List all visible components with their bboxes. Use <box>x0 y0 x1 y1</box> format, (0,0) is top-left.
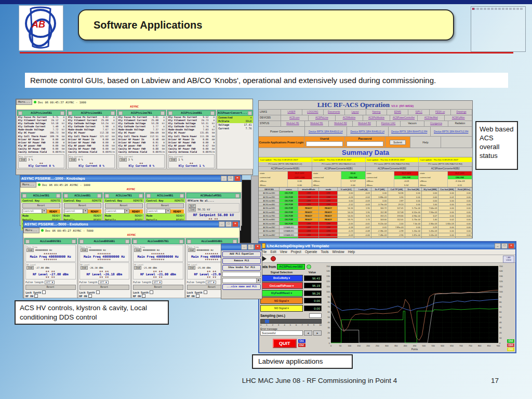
minimize-button[interactable]: _ <box>495 243 501 249</box>
async-dds-window[interactable]: ASYNC PSSERIE...-5000 - Evolutions _ □ ×… <box>23 220 240 298</box>
expand-icon[interactable] <box>161 111 165 115</box>
labview-titlebar[interactable]: LhcAcsdspDisplay.vtt Template _ □ × <box>259 242 515 249</box>
dropdown-icon[interactable]: ▼ <box>42 209 47 214</box>
labview-window[interactable]: LhcAcsdspDisplay.vtt Template _ □ × File… <box>258 241 516 353</box>
web-link[interactable]: Module3 B2 <box>329 121 353 126</box>
collapse-icon[interactable] <box>118 111 123 115</box>
collapse-icon[interactable] <box>18 111 22 115</box>
device-cell[interactable]: ACSLine8B1 <box>259 218 280 221</box>
reset-button[interactable]: Reset <box>22 203 60 208</box>
column-header[interactable]: ACSLine5B1 <box>21 193 61 198</box>
expand-icon[interactable] <box>97 194 101 198</box>
column-header[interactable]: ALLCondDDS5B1 <box>24 238 77 244</box>
dropdown-icon[interactable]: ▼ <box>166 209 170 214</box>
collapse-icon[interactable] <box>22 194 26 198</box>
device-cell[interactable]: ACSLine5B2 <box>259 237 280 238</box>
ind-button[interactable]: Ind <box>69 158 76 162</box>
web-link[interactable]: Module2 B1 <box>305 121 329 126</box>
web-link[interactable]: ACSPowerController <box>390 115 418 121</box>
close-button[interactable]: × <box>232 221 238 227</box>
device-cell[interactable]: ACSLine3B1 <box>259 199 280 203</box>
pls-device-button[interactable]: ...vice name and PLS <box>222 284 261 290</box>
pls-titlebar[interactable]: _ □ × <box>221 244 262 250</box>
lock-checkbox[interactable] <box>204 290 207 294</box>
web-link[interactable]: ACSI.con <box>281 115 309 121</box>
dds-titlebar[interactable]: ASYNC PSSERIE...-5000 - Evolutions _ □ × <box>23 221 240 228</box>
minimize-button[interactable]: _ <box>241 244 247 250</box>
device-cell[interactable]: ACSLine3B2 <box>259 229 280 233</box>
web-link[interactable]: Module4 B2 <box>353 121 377 126</box>
collapse-icon[interactable] <box>105 194 109 198</box>
column-header[interactable]: ACSLine7B1 <box>104 193 144 198</box>
menu-item[interactable]: Edit <box>270 249 276 255</box>
column-header[interactable]: ACSPtcLine7B1 <box>117 110 166 116</box>
lock-checkbox[interactable] <box>96 290 100 294</box>
collapse-icon[interactable] <box>147 194 151 198</box>
control-input[interactable]: Control <box>147 209 166 214</box>
async-knobs-window[interactable]: ASYNC PSSERIE...-1000 - Knobslaps _ □ × … <box>20 175 242 226</box>
column-header[interactable]: ACSPtcLine8B1 <box>167 110 216 116</box>
minimize-button[interactable]: _ <box>219 221 225 227</box>
maximize-button[interactable]: □ <box>225 221 232 227</box>
expand-icon[interactable] <box>235 194 240 198</box>
dropdown-icon[interactable]: ▼ <box>125 209 129 214</box>
device-cell[interactable]: ACSLine4B2 <box>259 233 280 237</box>
device-link[interactable]: Device RPTK SR4 RA46U2.L4 <box>347 127 389 136</box>
level-down-arrows-icon[interactable]: ▼▼ ▼▼ <box>81 276 129 278</box>
freq-down-arrows-icon[interactable]: ▼▼▼▼▼▼▼ <box>81 258 129 261</box>
password-field[interactable]: Password <box>345 137 385 148</box>
expand-icon[interactable] <box>210 111 215 115</box>
minimize-button[interactable]: _ <box>221 176 227 181</box>
reset-button[interactable]: Reset <box>133 285 183 290</box>
web-link[interactable]: LASER <box>281 110 302 115</box>
web-link[interactable]: ACSVacMod <box>418 115 445 121</box>
expand-icon[interactable] <box>139 194 143 198</box>
ind-button[interactable]: Ind <box>189 208 196 211</box>
device-selector[interactable]: ACSPtcLine1B2 <box>277 264 304 270</box>
reset-button[interactable]: Reset <box>25 285 76 290</box>
sampling-slider[interactable] <box>260 319 322 324</box>
expand-icon[interactable] <box>111 111 115 115</box>
column-header[interactable]: ACSModuleM5B1 <box>187 193 241 198</box>
web-link[interactable]: EDMS <box>387 110 408 115</box>
expand-icon[interactable] <box>72 240 76 244</box>
column-header[interactable]: ACSLine8B1 <box>145 193 185 198</box>
lock-checkbox[interactable] <box>42 290 46 294</box>
pls-input[interactable] <box>222 272 261 277</box>
device-cell[interactable]: ACSLine1B2 <box>259 222 280 225</box>
reset-button[interactable]: Reset <box>64 203 102 208</box>
help-link[interactable]: Help <box>410 137 441 148</box>
collapse-icon[interactable] <box>64 194 68 198</box>
menu-item[interactable]: Project <box>291 249 301 255</box>
ind-button[interactable]: Ind <box>134 248 141 252</box>
device-cell[interactable]: ACSLine2B1 <box>259 195 280 199</box>
pls-button[interactable]: Remove PLS <box>222 258 261 264</box>
web-link[interactable]: ACSPtcLine <box>309 115 336 121</box>
maximize-button[interactable]: □ <box>501 243 508 249</box>
rf-on-checkbox[interactable]: ✓ <box>142 294 145 298</box>
stop-icon[interactable] <box>271 256 276 261</box>
password-input[interactable] <box>347 141 383 147</box>
signal-selector[interactable]: NO Signal ▾ <box>260 297 303 304</box>
run-icon[interactable] <box>262 256 267 261</box>
sampling-value-box[interactable] <box>309 313 322 318</box>
more-button[interactable]: More... <box>20 182 36 188</box>
column-header[interactable]: ACSPtcLine5B1 <box>17 110 65 116</box>
next-button[interactable]: ► <box>313 330 322 336</box>
expand-icon[interactable] <box>60 111 64 115</box>
pulse-dropdown[interactable]: Off ▼ <box>152 281 163 284</box>
ind-button[interactable]: Ind <box>188 266 195 270</box>
web-link[interactable]: Documents <box>324 110 345 115</box>
menu-item[interactable]: Tools <box>321 249 328 255</box>
reset-button[interactable]: Reset <box>79 285 130 290</box>
collapse-icon[interactable] <box>187 240 191 244</box>
close-button[interactable]: × <box>255 244 261 250</box>
ind-button[interactable]: Ind <box>81 266 88 270</box>
pls-dropdown[interactable]: ▼ <box>222 278 261 283</box>
web-link[interactable]: FESA.co <box>430 110 451 115</box>
rf-on-checkbox[interactable]: ✓ <box>88 294 92 298</box>
menu-item[interactable]: Help <box>348 249 355 255</box>
dropdown-icon[interactable]: ▼ <box>256 278 260 283</box>
reset-button[interactable]: Reset <box>147 203 184 208</box>
reset-button[interactable]: Reset <box>105 203 143 208</box>
